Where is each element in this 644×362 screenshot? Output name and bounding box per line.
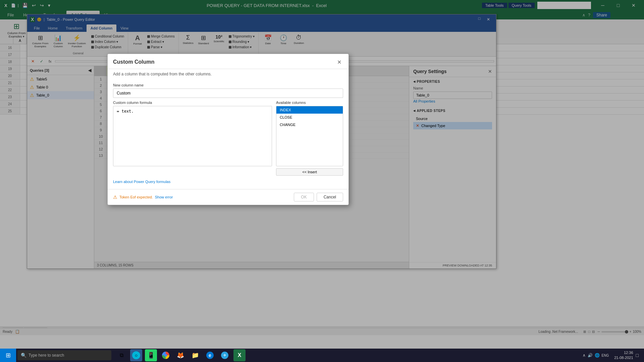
telegram-btn[interactable]: ✈ xyxy=(219,349,231,361)
avail-item-change[interactable]: CHANGE xyxy=(276,121,343,128)
formula-right: Available columns INDEX CLOSE CHANGE << … xyxy=(276,101,343,176)
search-icon: 🔍 xyxy=(21,353,26,358)
custom-column-dialog: Custom Column ✕ Add a column that is com… xyxy=(107,54,349,205)
dialog-error-msg: ⚠ Token Eof expected. Show error xyxy=(113,194,173,200)
error-icon: ⚠ xyxy=(113,194,117,200)
cortana-icon: ○ xyxy=(132,351,140,359)
firefox-btn[interactable]: 🦊 xyxy=(174,349,186,361)
show-desktop-btn[interactable]: □ xyxy=(636,353,639,358)
sys-tray: ∧ 🔊 🌐 ENG xyxy=(583,353,609,358)
chrome-icon xyxy=(162,352,169,359)
dialog-footer: ⚠ Token Eof expected. Show error OK Canc… xyxy=(108,189,348,205)
avail-item-close[interactable]: CLOSE xyxy=(276,114,343,121)
learn-link[interactable]: Learn about Power Query formulas xyxy=(113,178,343,185)
whatsapp-icon: 📱 xyxy=(147,352,155,359)
dialog-body: New column name Custom column formula = … xyxy=(108,79,348,189)
col-name-section: New column name xyxy=(113,83,343,98)
show-error-link[interactable]: Show error xyxy=(155,195,173,199)
excel-tb-btn[interactable]: X xyxy=(233,349,246,361)
clock[interactable]: 12:36 21-08-2021 xyxy=(614,350,633,361)
taskbar-right: ∧ 🔊 🌐 ENG 12:36 21-08-2021 □ xyxy=(583,350,644,361)
dialog-title: Custom Column xyxy=(113,59,155,65)
lang-label: ENG xyxy=(602,354,609,357)
taskbar: ⊞ 🔍 Type here to search ⧉ ○ 📱 🦊 📁 e ✈ X xyxy=(0,349,644,362)
col-name-input[interactable] xyxy=(113,88,343,98)
speaker-icon: 🔊 xyxy=(588,353,593,358)
network-icon: 🌐 xyxy=(595,353,600,358)
taskbar-icons: ⧉ ○ 📱 🦊 📁 e ✈ X xyxy=(115,349,246,361)
telegram-icon: ✈ xyxy=(221,352,228,359)
start-btn[interactable]: ⊞ xyxy=(0,349,16,362)
avail-item-index[interactable]: INDEX xyxy=(276,106,343,114)
col-name-label: New column name xyxy=(113,83,343,87)
chrome-btn[interactable] xyxy=(160,349,172,361)
cancel-btn[interactable]: Cancel xyxy=(317,193,343,201)
dialog-close-btn[interactable]: ✕ xyxy=(335,58,343,66)
formula-label: Custom column formula xyxy=(113,101,272,105)
edge-btn[interactable]: e xyxy=(204,349,216,361)
formula-left: Custom column formula = text. xyxy=(113,101,272,176)
dialog-btns: OK Cancel xyxy=(294,193,343,201)
dialog-title-bar: Custom Column ✕ xyxy=(108,54,348,69)
avail-cols-list: INDEX CLOSE CHANGE xyxy=(276,106,343,166)
taskbar-search[interactable]: 🔍 Type here to search xyxy=(17,350,111,360)
fileexp-btn[interactable]: 📁 xyxy=(189,349,201,361)
dialog-subtitle: Add a column that is computed from the o… xyxy=(108,69,348,79)
ok-btn[interactable]: OK xyxy=(294,193,314,201)
task-view-btn[interactable]: ⧉ xyxy=(115,349,127,361)
excel-tb-icon: X xyxy=(238,352,241,358)
cortana-btn[interactable]: ○ xyxy=(130,349,142,361)
avail-cols-label: Available columns xyxy=(276,101,343,105)
formula-section: Custom column formula = text. Available … xyxy=(113,101,343,176)
formula-input[interactable]: = text. xyxy=(113,106,272,166)
whatsapp-btn[interactable]: 📱 xyxy=(145,349,157,361)
edge-icon: e xyxy=(206,352,214,359)
show-hidden-btn[interactable]: ∧ xyxy=(583,353,586,358)
insert-btn[interactable]: << Insert xyxy=(276,168,343,176)
